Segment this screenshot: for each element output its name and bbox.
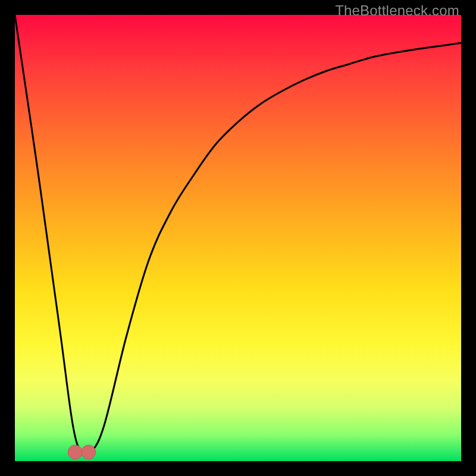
chart-frame: TheBottleneck.com (0, 0, 476, 476)
watermark-text: TheBottleneck.com (335, 2, 459, 19)
bottleneck-curve (15, 15, 461, 456)
marker-dot-right (82, 445, 96, 459)
plot-area (15, 15, 461, 461)
marker-dot-left (68, 445, 82, 459)
curve-svg (15, 15, 461, 461)
